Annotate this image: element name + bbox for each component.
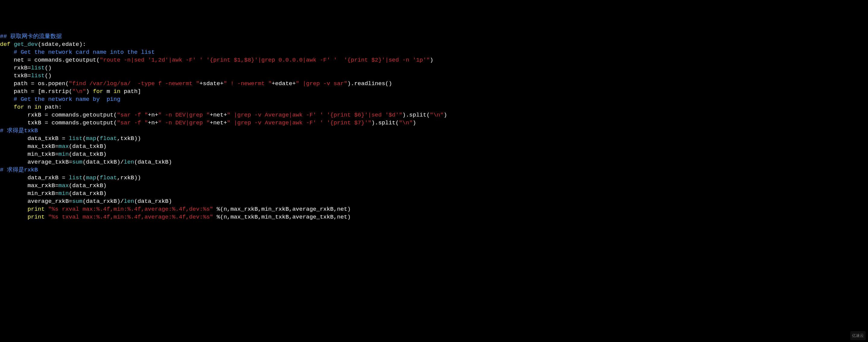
code-token: print bbox=[27, 214, 44, 220]
code-token: m bbox=[103, 88, 114, 95]
code-token bbox=[10, 41, 13, 48]
code-token: " |grep -v Average|awk -F' ' '{print $6}… bbox=[227, 112, 403, 118]
code-line: max_txkB=max(data_txkB) bbox=[0, 142, 868, 150]
code-token: max bbox=[59, 182, 69, 189]
code-block: ## 获取网卡的流量数据def get_dev(sdate,edate): # … bbox=[0, 31, 868, 222]
code-token: rxkB = commands.getoutput( bbox=[27, 112, 117, 118]
code-token: in bbox=[34, 104, 41, 111]
code-token: list bbox=[31, 65, 45, 71]
code-token: path: bbox=[41, 104, 62, 111]
code-token: ( bbox=[96, 174, 99, 181]
code-token: map bbox=[86, 135, 96, 142]
code-token: " |grep -v Average|awk -F' ' '{print $7}… bbox=[227, 119, 372, 126]
code-line: txkB = commands.getoutput("sar -f "+n+" … bbox=[0, 119, 868, 127]
indent bbox=[0, 57, 14, 63]
code-token: " |grep -v sar" bbox=[296, 80, 347, 87]
code-token: (data_txkB) bbox=[69, 151, 106, 158]
code-token: min_txkB= bbox=[27, 151, 59, 158]
code-token: # 求得是rxkB bbox=[0, 167, 38, 173]
code-token: min bbox=[59, 190, 69, 197]
code-token: float bbox=[100, 135, 117, 142]
code-token: average_rxkB= bbox=[27, 198, 72, 205]
code-token: len bbox=[124, 159, 134, 165]
code-token: # 求得是txkB bbox=[0, 127, 38, 134]
code-token: map bbox=[86, 174, 96, 181]
code-token: path] bbox=[120, 88, 141, 95]
code-token: net = commands.getoutput( bbox=[14, 57, 100, 63]
code-line: min_txkB=min(data_txkB) bbox=[0, 150, 868, 158]
code-token: # Get the network name by ping bbox=[14, 96, 120, 103]
code-token: "\n" bbox=[72, 88, 86, 95]
code-token: ( bbox=[83, 135, 86, 142]
indent bbox=[0, 49, 14, 56]
code-line: # 求得是rxkB bbox=[0, 166, 868, 174]
code-token: ).split( bbox=[402, 112, 430, 118]
code-token: +edate+ bbox=[272, 80, 296, 87]
code-line: data_rxkB = list(map(float,rxkB)) bbox=[0, 174, 868, 182]
indent bbox=[0, 206, 27, 212]
code-token: path = [m.rstrip( bbox=[14, 88, 72, 95]
code-line: path = os.popen("find /var/log/sa/ -type… bbox=[0, 80, 868, 88]
code-token: min_rxkB= bbox=[27, 190, 59, 197]
code-token: def bbox=[0, 41, 10, 48]
code-token: ,rxkB)) bbox=[117, 174, 141, 181]
code-line: min_rxkB=min(data_rxkB) bbox=[0, 190, 868, 197]
code-token: ,txkB)) bbox=[117, 135, 141, 142]
code-line: net = commands.getoutput("route -n|sed '… bbox=[0, 56, 868, 64]
code-token: +net+ bbox=[210, 112, 227, 118]
code-line: rxkB=list() bbox=[0, 64, 868, 72]
indent bbox=[0, 65, 14, 71]
code-token: ) bbox=[412, 119, 416, 126]
code-token: "sar -f " bbox=[117, 112, 148, 118]
code-token: ( bbox=[83, 174, 86, 181]
code-token: +n+ bbox=[148, 119, 158, 126]
code-token: +sdate+ bbox=[199, 80, 223, 87]
code-token: () bbox=[44, 65, 52, 71]
code-token: (data_txkB)/ bbox=[83, 159, 124, 165]
code-token: (data_rxkB)/ bbox=[83, 198, 124, 205]
code-token bbox=[44, 214, 48, 220]
indent bbox=[0, 174, 27, 181]
indent bbox=[0, 104, 14, 111]
code-token: "find /var/log/sa/ -type f -newermt " bbox=[69, 80, 199, 87]
indent bbox=[0, 182, 27, 189]
code-token: max bbox=[59, 143, 69, 150]
code-token: (data_rxkB) bbox=[134, 198, 172, 205]
indent bbox=[0, 80, 14, 87]
indent bbox=[0, 190, 27, 197]
code-token: for bbox=[93, 88, 103, 95]
code-line: # Get the network name by ping bbox=[0, 95, 868, 103]
code-token: " -n DEV|grep " bbox=[158, 119, 210, 126]
code-token: ).readlines() bbox=[347, 80, 392, 87]
indent bbox=[0, 198, 27, 205]
indent bbox=[0, 151, 27, 158]
code-token: (data_txkB) bbox=[134, 159, 172, 165]
code-line: max_rxkB=max(data_rxkB) bbox=[0, 182, 868, 190]
code-token: "route -n|sed '1,2d'|awk -F' ' '{print $… bbox=[100, 57, 430, 63]
code-token: "\n" bbox=[430, 112, 444, 118]
code-token: "sar -f " bbox=[117, 119, 148, 126]
code-token: "%s txval max:%.4f,min:%.4f,average:%.4f… bbox=[48, 214, 213, 220]
code-token: ## 获取网卡的流量数据 bbox=[0, 33, 62, 40]
code-token: %(n,max_txkB,min_txkB,average_txkB,net) bbox=[213, 214, 351, 220]
indent bbox=[0, 135, 27, 142]
code-line: data_txkB = list(map(float,txkB)) bbox=[0, 135, 868, 142]
code-token: get_dev bbox=[14, 41, 38, 48]
code-token: ) bbox=[430, 57, 433, 63]
code-token: for bbox=[14, 104, 24, 111]
code-token: sum bbox=[72, 159, 82, 165]
code-token: " ! -newermt " bbox=[223, 80, 272, 87]
code-token: (data_rxkB) bbox=[69, 190, 106, 197]
code-line: # 求得是txkB bbox=[0, 127, 868, 135]
code-line: print "%s rxval max:%.4f,min:%.4f,averag… bbox=[0, 205, 868, 213]
indent bbox=[0, 119, 27, 126]
code-token: ).split( bbox=[371, 119, 399, 126]
code-line: for n in path: bbox=[0, 103, 868, 111]
code-token: ) bbox=[444, 112, 447, 118]
code-line: def get_dev(sdate,edate): bbox=[0, 40, 868, 48]
code-token: max_rxkB= bbox=[27, 182, 59, 189]
indent bbox=[0, 73, 14, 79]
indent bbox=[0, 96, 14, 103]
code-token: (sdate,edate): bbox=[38, 41, 86, 48]
indent bbox=[0, 112, 27, 118]
